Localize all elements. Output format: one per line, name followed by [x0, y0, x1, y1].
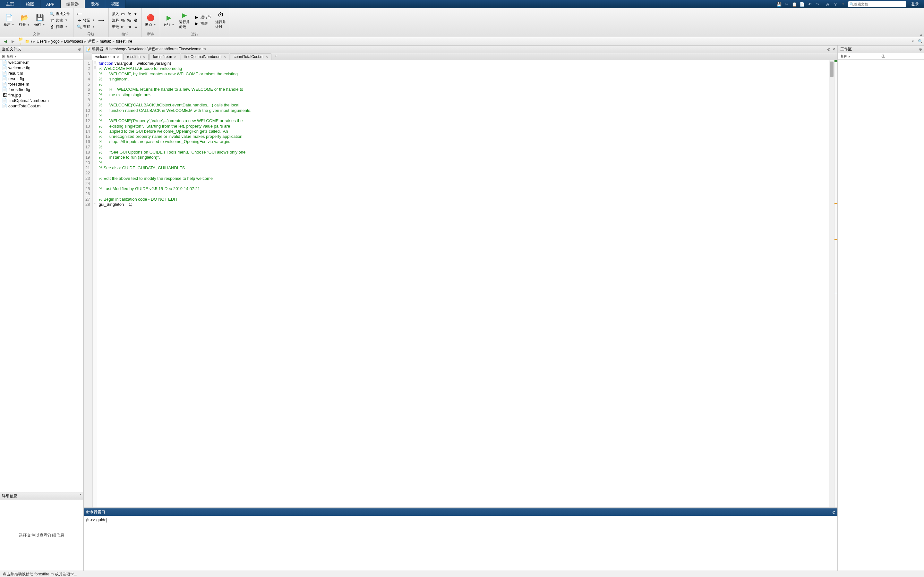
ribbon-btn2-4-0[interactable]: ⏱运行并计时: [214, 9, 228, 31]
command-window-panel: 命令行窗口 ⊙ fx >> guide: [84, 508, 837, 571]
paste-icon[interactable]: 📄: [800, 2, 804, 7]
file-item[interactable]: 📄countTotalCost.m: [0, 103, 83, 109]
login-link[interactable]: 登录: [909, 2, 921, 7]
save-icon[interactable]: 💾: [776, 2, 782, 7]
undo-icon[interactable]: ↶: [807, 2, 813, 7]
ribbon-sm-查找文件[interactable]: 🔍查找文件: [48, 11, 71, 17]
top-tab-2[interactable]: APP: [40, 0, 61, 8]
help-dropdown-icon[interactable]: ▼: [841, 2, 846, 7]
command-window[interactable]: fx >> guide: [84, 516, 837, 571]
cmd-menu-icon[interactable]: ⊙: [832, 510, 835, 514]
redo-icon[interactable]: ↷: [815, 2, 820, 7]
tab-close-icon[interactable]: ✕: [265, 55, 268, 59]
ws-col-name[interactable]: 名称 ▴: [840, 54, 881, 59]
ribbon-btn-0-2[interactable]: 💾保存 ▼: [33, 9, 47, 31]
editor-scrollbar[interactable]: [829, 60, 834, 508]
ribbon-sm-前进[interactable]: ▶前进: [193, 21, 212, 26]
tab-close-icon[interactable]: ✕: [223, 55, 226, 59]
top-tab-4[interactable]: 发布: [85, 0, 105, 8]
editor-tab[interactable]: welcome.m✕: [92, 53, 123, 60]
path-search-icon[interactable]: 🔍: [916, 39, 922, 44]
file-item[interactable]: 📄welcome.m: [0, 60, 83, 65]
workspace-header: 工作区 ⊙: [838, 45, 924, 53]
ribbon-sm-⟵[interactable]: ⟵: [75, 11, 96, 17]
tab-close-icon[interactable]: ✕: [117, 55, 120, 59]
ribbon-group-label: 编辑: [111, 31, 140, 37]
doc-search[interactable]: 🔍: [848, 1, 906, 7]
ws-col-value[interactable]: 值: [881, 54, 922, 59]
editor-menu-icon[interactable]: ⊙: [827, 47, 830, 52]
panel-menu-icon[interactable]: ⊙: [78, 47, 81, 52]
ribbon-btn-3-0[interactable]: 🔴断点 ▼: [144, 9, 158, 31]
name-column[interactable]: 名称: [6, 54, 13, 59]
ribbon-sm-转至[interactable]: ➜转至▼: [75, 17, 96, 23]
editor-close-icon[interactable]: ✕: [832, 47, 835, 52]
workspace-title: 工作区: [840, 47, 852, 52]
ribbon-sm-打印[interactable]: 🖨打印▼: [48, 24, 71, 29]
file-item[interactable]: 🖼fire.jpg: [0, 92, 83, 98]
code-minimap[interactable]: [834, 60, 837, 508]
editor-tabs: welcome.m✕result.m✕forestfire.m✕findOpti…: [84, 53, 837, 60]
breadcrumb-item[interactable]: Users: [37, 39, 47, 44]
search-icon: 🔍: [850, 2, 854, 6]
help-icon[interactable]: ?: [833, 2, 838, 7]
cmd-input[interactable]: guide: [96, 517, 107, 522]
ribbon-row-注释[interactable]: 注释 %‰⚙: [111, 17, 140, 23]
breadcrumb-item[interactable]: yogo: [51, 39, 60, 44]
print-icon[interactable]: 🖨: [825, 2, 830, 7]
file-item[interactable]: 📄findOptimalNumber.m: [0, 98, 83, 103]
path-dropdown-icon[interactable]: ▼: [911, 40, 914, 43]
ribbon-btn-0-0[interactable]: 📄新建 ▼: [2, 9, 16, 31]
ribbon-btn-4-1[interactable]: ▶运行并前进: [178, 9, 192, 31]
file-item[interactable]: 📄forestfire.fig: [0, 87, 83, 92]
doc-search-input[interactable]: [854, 2, 905, 6]
tab-add-button[interactable]: +: [272, 53, 279, 60]
file-icon: 📄: [2, 103, 7, 108]
ribbon-group-label: 文件: [2, 31, 71, 37]
top-tab-0[interactable]: 主页: [0, 0, 20, 8]
editor-tab[interactable]: findOptimalNumber.m✕: [181, 53, 229, 60]
copy-icon[interactable]: 📋: [792, 2, 797, 7]
nav-up-icon[interactable]: 📁↑: [17, 37, 24, 46]
nav-forward-icon[interactable]: ▶: [10, 39, 16, 44]
ribbon-btn-0-1[interactable]: 📂打开 ▼: [17, 9, 31, 31]
ribbon-sm-运行节[interactable]: ▶运行节: [193, 14, 212, 20]
sort-icon[interactable]: ▣: [2, 54, 5, 58]
editor-tab[interactable]: countTotalCost.m✕: [230, 53, 271, 60]
ribbon-sm-查找[interactable]: 🔍查找▼: [75, 24, 96, 29]
ribbon-btn-4-0[interactable]: ▶运行 ▼: [162, 9, 176, 31]
tab-close-icon[interactable]: ✕: [174, 55, 176, 59]
file-item[interactable]: 📄result.fig: [0, 76, 83, 81]
breadcrumb-item[interactable]: forestFire: [116, 39, 132, 44]
breadcrumb-item[interactable]: Downloads: [64, 39, 83, 44]
top-tab-5[interactable]: 视图: [105, 0, 126, 8]
breadcrumb-item[interactable]: matlab: [100, 39, 111, 44]
cut-icon[interactable]: ✂: [784, 2, 789, 7]
ribbon-collapse-icon[interactable]: ▲: [919, 33, 923, 36]
file-icon: 📄: [2, 87, 7, 92]
details-body: 选择文件以查看详细信息: [0, 500, 83, 571]
breadcrumb-item[interactable]: /: [31, 39, 32, 44]
file-item[interactable]: 📄welcome.fig: [0, 65, 83, 71]
file-icon: 📄: [2, 60, 7, 65]
file-item[interactable]: 📄result.m: [0, 71, 83, 76]
top-tab-1[interactable]: 绘图: [20, 0, 40, 8]
details-collapse-icon[interactable]: ˆ: [80, 494, 81, 498]
panel-title: 当前文件夹: [2, 47, 21, 52]
ribbon-sm-⟶[interactable]: ⟶: [97, 17, 107, 23]
nav-back-icon[interactable]: ◀: [2, 39, 8, 44]
tab-close-icon[interactable]: ✕: [142, 55, 145, 59]
ribbon-sm-比较[interactable]: ⇄比较▼: [48, 17, 71, 23]
file-item[interactable]: 📄forestfire.m: [0, 81, 83, 87]
ribbon-row-缩进[interactable]: 缩进 ⇤⇥≡: [111, 24, 140, 29]
editor-tab[interactable]: forestfire.m✕: [149, 53, 180, 60]
fx-icon[interactable]: fx: [86, 517, 89, 522]
file-icon: 📄: [2, 98, 7, 103]
editor-tab[interactable]: result.m✕: [124, 53, 149, 60]
code-editor[interactable]: 1234567891011121314151617181920212223242…: [84, 60, 837, 508]
workspace-menu-icon[interactable]: ⊙: [919, 47, 922, 52]
breadcrumb-item[interactable]: 课程: [87, 39, 95, 44]
top-tab-3[interactable]: 编辑器: [61, 0, 85, 8]
folder-icon[interactable]: 📁: [25, 39, 30, 44]
ribbon-row-插入[interactable]: 插入 ▭fx▾: [111, 11, 140, 17]
